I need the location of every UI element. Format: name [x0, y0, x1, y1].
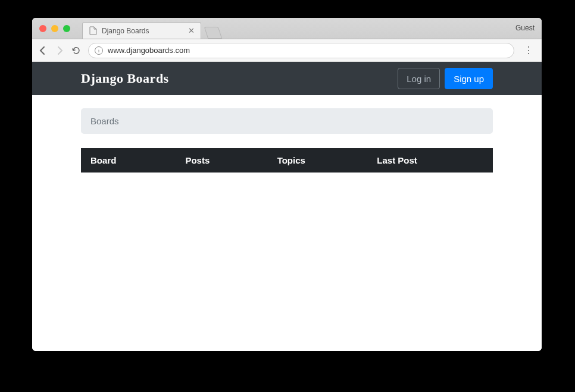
back-button[interactable] [38, 46, 48, 55]
window-controls [39, 25, 70, 32]
new-tab-button[interactable] [204, 27, 222, 39]
address-bar[interactable]: i www.djangoboards.com [88, 43, 514, 58]
table-header-row: Board Posts Topics Last Post [81, 148, 493, 173]
col-board: Board [81, 148, 176, 173]
tab-bar: Django Boards ✕ Guest [32, 18, 542, 39]
boards-table: Board Posts Topics Last Post [81, 148, 493, 173]
col-last-post: Last Post [367, 148, 493, 173]
url-text: www.djangoboards.com [108, 46, 190, 55]
site-navbar: Django Boards Log in Sign up [32, 62, 542, 95]
login-button[interactable]: Log in [398, 68, 440, 89]
breadcrumb-item[interactable]: Boards [90, 116, 119, 126]
breadcrumb: Boards [81, 108, 493, 134]
site-info-icon[interactable]: i [95, 46, 103, 55]
reload-button[interactable] [71, 46, 81, 55]
browser-tab[interactable]: Django Boards ✕ [82, 22, 201, 39]
page-viewport: Django Boards Log in Sign up Boards Boar… [32, 62, 542, 351]
close-tab-icon[interactable]: ✕ [188, 26, 195, 35]
browser-window: Django Boards ✕ Guest i www.djangoboards… [32, 18, 542, 351]
col-posts: Posts [176, 148, 267, 173]
signup-button[interactable]: Sign up [445, 68, 493, 89]
col-topics: Topics [268, 148, 368, 173]
browser-menu-icon[interactable]: ⋮ [521, 45, 536, 56]
profile-label[interactable]: Guest [515, 24, 535, 32]
forward-button[interactable] [55, 46, 64, 55]
site-brand[interactable]: Django Boards [81, 71, 393, 86]
page-content: Boards Board Posts Topics Last Post [32, 95, 542, 186]
maximize-window-button[interactable] [63, 25, 70, 32]
tab-title: Django Boards [102, 27, 183, 35]
close-window-button[interactable] [39, 25, 46, 32]
minimize-window-button[interactable] [51, 25, 58, 32]
browser-toolbar: i www.djangoboards.com ⋮ [32, 39, 542, 62]
page-icon [89, 27, 97, 35]
